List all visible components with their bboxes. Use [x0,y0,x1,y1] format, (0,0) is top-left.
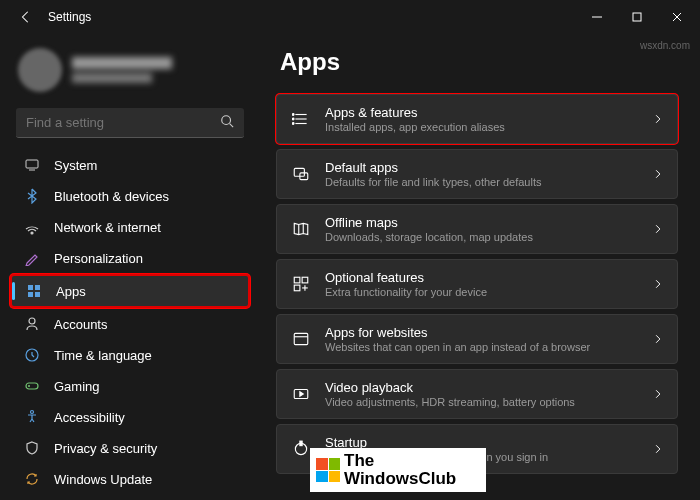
default-apps-icon [291,164,311,184]
apps-icon [26,283,42,299]
video-icon [291,384,311,404]
personalization-icon [24,250,40,266]
svg-rect-1 [633,13,641,21]
sidebar: System Bluetooth & devices Network & int… [0,34,260,500]
card-title: Default apps [325,160,639,175]
chevron-right-icon [653,440,663,458]
svg-rect-11 [28,292,33,297]
gaming-icon [24,378,40,394]
accounts-icon [24,316,40,332]
startup-icon [291,439,311,459]
card-video-playback[interactable]: Video playback Video adjustments, HDR st… [276,369,678,419]
svg-point-4 [222,115,231,124]
card-offline-maps[interactable]: Offline maps Downloads, storage location… [276,204,678,254]
sidebar-item-system[interactable]: System [10,150,250,180]
sidebar-item-label: Windows Update [54,472,152,487]
shield-icon [24,440,40,456]
svg-rect-31 [294,285,300,291]
search-box[interactable] [16,108,244,138]
sidebar-item-label: Time & language [54,348,152,363]
svg-rect-30 [302,277,308,283]
update-icon [24,471,40,487]
card-subtitle: Video adjustments, HDR streaming, batter… [325,396,639,408]
card-title: Video playback [325,380,639,395]
watermark-line2: WindowsClub [344,470,456,488]
sidebar-item-personalization[interactable]: Personalization [10,243,250,273]
card-subtitle: Downloads, storage location, map updates [325,231,639,243]
card-subtitle: Websites that can open in an app instead… [325,341,639,353]
card-title: Offline maps [325,215,639,230]
avatar [18,48,62,92]
svg-point-24 [292,123,294,125]
sidebar-item-privacy[interactable]: Privacy & security [10,433,250,463]
sidebar-item-bluetooth[interactable]: Bluetooth & devices [10,181,250,211]
sidebar-item-time-language[interactable]: Time & language [10,340,250,370]
sidebar-item-label: Network & internet [54,220,161,235]
sidebar-item-windows-update[interactable]: Windows Update [10,464,250,494]
windows-logo-icon [316,458,340,482]
svg-rect-12 [35,292,40,297]
chevron-right-icon [653,330,663,348]
map-icon [291,219,311,239]
svg-rect-15 [26,383,38,389]
user-account-area[interactable] [6,42,254,104]
chevron-right-icon [653,110,663,128]
chevron-right-icon [653,385,663,403]
sidebar-item-label: Bluetooth & devices [54,189,169,204]
site-watermark: wsxdn.com [640,40,690,51]
chevron-right-icon [653,165,663,183]
svg-rect-29 [294,277,300,283]
svg-point-13 [29,318,35,324]
svg-rect-6 [26,160,38,168]
time-icon [24,347,40,363]
network-icon [24,219,40,235]
svg-rect-10 [35,285,40,290]
window-controls [578,3,696,31]
svg-rect-9 [28,285,33,290]
sidebar-item-gaming[interactable]: Gaming [10,371,250,401]
close-button[interactable] [658,3,696,31]
card-subtitle: Defaults for file and link types, other … [325,176,639,188]
back-button[interactable] [14,5,38,29]
svg-line-5 [230,123,234,127]
watermark-line1: The [344,452,456,470]
svg-point-18 [31,411,34,414]
chevron-right-icon [653,275,663,293]
card-optional-features[interactable]: Optional features Extra functionality fo… [276,259,678,309]
card-apps-features[interactable]: Apps & features Installed apps, app exec… [276,94,678,144]
sidebar-item-accounts[interactable]: Accounts [10,309,250,339]
sidebar-item-label: Accessibility [54,410,125,425]
accessibility-icon [24,409,40,425]
page-title: Apps [280,48,678,76]
list-icon [291,109,311,129]
svg-point-23 [292,118,294,120]
bluetooth-icon [24,188,40,204]
minimize-button[interactable] [578,3,616,31]
sidebar-item-network[interactable]: Network & internet [10,212,250,242]
card-title: Optional features [325,270,639,285]
window-title: Settings [48,10,578,24]
card-title: Apps for websites [325,325,639,340]
svg-point-8 [31,232,33,234]
sidebar-item-label: Gaming [54,379,100,394]
main-content: Apps Apps & features Installed apps, app… [260,34,700,500]
card-apps-for-websites[interactable]: Apps for websites Websites that can open… [276,314,678,364]
sidebar-item-label: System [54,158,97,173]
sidebar-item-apps[interactable]: Apps [10,274,250,308]
card-default-apps[interactable]: Default apps Defaults for file and link … [276,149,678,199]
search-icon [220,114,234,132]
sidebar-item-accessibility[interactable]: Accessibility [10,402,250,432]
svg-point-22 [292,114,294,116]
search-input[interactable] [26,115,220,130]
svg-rect-34 [294,333,308,344]
websites-icon [291,329,311,349]
features-icon [291,274,311,294]
sidebar-item-label: Apps [56,284,86,299]
system-icon [24,157,40,173]
chevron-right-icon [653,220,663,238]
watermark: The WindowsClub [310,448,486,492]
sidebar-item-label: Privacy & security [54,441,157,456]
card-subtitle: Extra functionality for your device [325,286,639,298]
maximize-button[interactable] [618,3,656,31]
card-subtitle: Installed apps, app execution aliases [325,121,639,133]
